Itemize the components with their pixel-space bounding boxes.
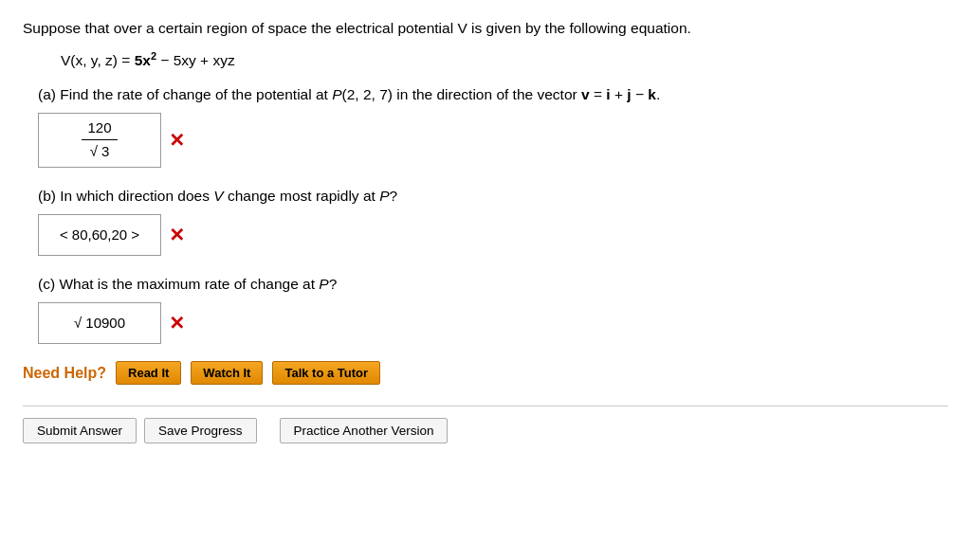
part-a-answer-row: 120 √ 3 ✕ [38,113,948,168]
talk-to-tutor-button[interactable]: Talk to a Tutor [272,361,380,385]
equation-bold: 5x2 [135,52,156,68]
equation-rest: − 5xy + xyz [156,52,235,68]
part-b-wrong-mark[interactable]: ✕ [169,221,185,249]
part-b-answer-row: < 80,60,20 > ✕ [38,214,948,256]
intro-text: Suppose that over a certain region of sp… [23,17,948,39]
part-a-question: (a) Find the rate of change of the poten… [38,83,948,105]
watch-it-button[interactable]: Watch It [191,361,263,385]
submit-answer-button[interactable]: Submit Answer [23,418,137,443]
divider [23,406,948,406]
part-c-answer-row: √ 10900 ✕ [38,302,948,344]
save-progress-button[interactable]: Save Progress [144,418,257,443]
fraction-numerator: 120 [82,117,117,141]
part-b-question: (b) In which direction does V change mos… [38,185,948,207]
part-c-wrong-mark[interactable]: ✕ [169,309,185,337]
need-help-label: Need Help? [23,362,106,385]
part-a-answer-box[interactable]: 120 √ 3 [38,113,161,168]
part-a-wrong-mark[interactable]: ✕ [169,126,185,154]
fraction-denominator: √ 3 [90,140,110,163]
bottom-btn-row: Submit Answer Save Progress Practice Ano… [23,418,948,459]
need-help-row: Need Help? Read It Watch It Talk to a Tu… [23,361,948,385]
part-b-answer-box[interactable]: < 80,60,20 > [38,214,161,256]
read-it-button[interactable]: Read It [116,361,181,385]
part-c-answer-box[interactable]: √ 10900 [38,302,161,344]
equation-line: V(x, y, z) = 5x2 − 5xy + xyz [61,48,948,71]
equation-prefix: V(x, y, z) = [61,52,135,68]
part-c-question: (c) What is the maximum rate of change a… [38,273,948,295]
practice-another-version-button[interactable]: Practice Another Version [280,418,449,443]
page-container: Suppose that over a certain region of sp… [0,0,971,560]
